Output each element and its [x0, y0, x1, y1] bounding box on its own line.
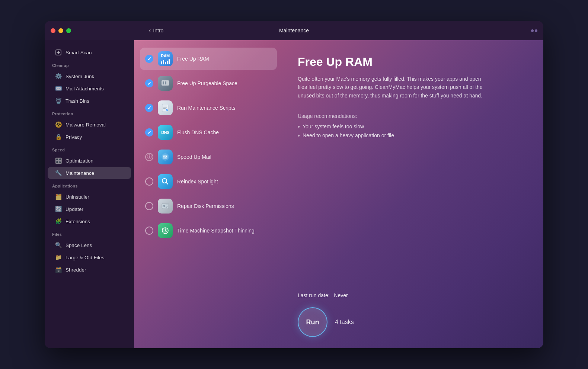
space-lens-label: Space Lens — [65, 243, 92, 248]
ram-bars — [161, 58, 170, 64]
maintenance-icon: 🔧 — [55, 170, 62, 176]
shredder-label: Shredder — [65, 267, 86, 273]
sidebar-item-malware-removal[interactable]: ☣️ Malware Removal — [48, 119, 131, 131]
more-options[interactable] — [531, 29, 537, 32]
detail-title: Free Up RAM — [298, 55, 528, 69]
task-checkbox-spotlight[interactable] — [145, 177, 153, 186]
task-icon-spotlight — [158, 174, 173, 189]
task-item-reindex-spotlight[interactable]: Reindex Spotlight — [140, 170, 277, 193]
privacy-icon: 🔒 — [55, 134, 62, 140]
tasks-count: 4 tasks — [335, 319, 354, 325]
task-icon-dns: DNS — [158, 125, 173, 140]
sidebar-item-uninstaller[interactable]: 🗂️ Uninstaller — [48, 191, 131, 203]
protection-section-label: Protection — [45, 107, 134, 118]
sidebar-item-smart-scan[interactable]: Smart Scan — [48, 46, 131, 58]
checkmark-icon: ✓ — [147, 56, 151, 62]
sidebar-item-space-lens[interactable]: 🔍 Space Lens — [48, 239, 131, 251]
mail-attachments-label: Mail Attachments — [65, 86, 104, 92]
trash-bins-label: Trash Bins — [65, 98, 89, 104]
task-icon-purge — [158, 76, 173, 91]
shredder-icon: 🗃️ — [55, 266, 62, 273]
malware-removal-label: Malware Removal — [65, 122, 106, 128]
last-run-value: Never — [334, 292, 348, 298]
updater-icon: 🔄 — [55, 206, 62, 212]
task-item-time-machine[interactable]: Time Machine Snapshot Thinning — [140, 219, 277, 242]
malware-removal-icon: ☣️ — [55, 121, 62, 128]
last-run-label: Last run date: — [298, 292, 330, 298]
bullet-icon-2 — [298, 135, 300, 137]
task-label-scripts: Run Maintenance Scripts — [177, 105, 235, 111]
sidebar-item-trash-bins[interactable]: 🗑️ Trash Bins — [48, 95, 131, 107]
dot-1 — [531, 29, 534, 32]
extensions-label: Extensions — [65, 219, 90, 224]
task-item-flush-dns[interactable]: ✓ DNS Flush DNS Cache — [140, 121, 277, 144]
run-button[interactable]: Run — [298, 307, 327, 337]
task-icon-timemachine — [158, 223, 173, 238]
sidebar-item-extensions[interactable]: 🧩 Extensions — [48, 215, 131, 227]
task-item-speed-up-mail[interactable]: ⓘ Speed Up Mail — [140, 146, 277, 168]
traffic-lights — [51, 28, 71, 33]
large-files-icon: 📁 — [55, 254, 62, 261]
sidebar-item-optimization[interactable]: 🎛️ Optimization — [48, 155, 131, 167]
sidebar-item-shredder[interactable]: 🗃️ Shredder — [48, 264, 131, 276]
minimize-button[interactable] — [58, 28, 63, 33]
task-label-mail: Speed Up Mail — [177, 154, 211, 160]
detail-panel: Free Up RAM Quite often your Mac's memor… — [283, 40, 543, 348]
updater-label: Updater — [65, 206, 83, 212]
sidebar-item-privacy[interactable]: 🔒 Privacy — [48, 131, 131, 143]
maximize-button[interactable] — [66, 28, 71, 33]
smart-scan-icon — [55, 49, 62, 56]
task-label-free-up-ram: Free Up RAM — [177, 56, 209, 62]
space-lens-icon: 🔍 — [55, 242, 62, 248]
task-item-maintenance-scripts[interactable]: ✓ Run Maintenance Scripts — [140, 97, 277, 119]
task-item-free-up-purgeable[interactable]: ✓ Free Up Purgeable Space — [140, 72, 277, 94]
task-checkbox-disk[interactable] — [145, 202, 153, 210]
task-checkbox-purgeable[interactable]: ✓ — [145, 79, 153, 87]
uninstaller-icon: 🗂️ — [55, 193, 62, 200]
sidebar-item-large-old-files[interactable]: 📁 Large & Old Files — [48, 251, 131, 263]
task-icon-ram: RAM — [158, 51, 173, 66]
usage-item-1: Your system feels too slow — [298, 123, 528, 129]
task-icon-scripts — [158, 100, 173, 115]
chevron-left-icon: ‹ — [149, 27, 151, 34]
usage-text-1: Your system feels too slow — [303, 123, 364, 129]
uninstaller-label: Uninstaller — [65, 194, 89, 200]
privacy-label: Privacy — [65, 134, 82, 140]
optimization-icon: 🎛️ — [55, 157, 62, 164]
svg-rect-2 — [163, 81, 164, 84]
sidebar-item-mail-attachments[interactable]: ✉️ Mail Attachments — [48, 83, 131, 94]
close-button[interactable] — [51, 28, 55, 33]
back-nav[interactable]: ‹ Intro — [149, 27, 163, 34]
task-label-timemachine: Time Machine Snapshot Thinning — [177, 228, 255, 234]
task-icon-disk — [158, 199, 173, 214]
mail-attachments-icon: ✉️ — [55, 85, 62, 92]
smart-scan-label: Smart Scan — [65, 50, 92, 55]
app-window: ‹ Intro Maintenance Smart Scan Cle — [45, 21, 543, 348]
usage-text-2: Need to open a heavy application or file — [303, 132, 394, 138]
task-checkbox-free-up-ram[interactable]: ✓ — [145, 55, 153, 63]
task-label-disk: Repair Disk Permissions — [177, 203, 234, 209]
sidebar-item-maintenance[interactable]: 🔧 Maintenance — [48, 167, 131, 179]
task-item-free-up-ram[interactable]: ✓ RAM Free Up RAM — [140, 48, 277, 70]
sidebar-item-system-junk[interactable]: ⚙️ System Junk — [48, 70, 131, 82]
window-title: Maintenance — [279, 28, 309, 33]
svg-point-14 — [163, 206, 164, 207]
large-old-files-label: Large & Old Files — [65, 255, 104, 260]
system-junk-icon: ⚙️ — [55, 73, 62, 80]
task-checkbox-scripts[interactable]: ✓ — [145, 104, 153, 112]
svg-rect-3 — [165, 81, 166, 84]
title-center: Maintenance — [279, 28, 309, 33]
usage-item-2: Need to open a heavy application or file — [298, 132, 528, 138]
task-checkbox-mail[interactable]: ⓘ — [145, 153, 153, 161]
speed-section-label: Speed — [45, 143, 134, 154]
dot-2 — [535, 29, 537, 32]
task-checkbox-dns[interactable]: ✓ — [145, 128, 153, 137]
task-checkbox-timemachine[interactable] — [145, 227, 153, 235]
task-item-repair-disk[interactable]: Repair Disk Permissions — [140, 195, 277, 217]
usage-list: Your system feels too slow Need to open … — [298, 123, 528, 138]
task-label-spotlight: Reindex Spotlight — [177, 179, 218, 184]
files-section-label: Files — [45, 228, 134, 239]
detail-description: Quite often your Mac's memory gets fully… — [298, 75, 484, 100]
run-area: Run 4 tasks — [298, 307, 528, 337]
sidebar-item-updater[interactable]: 🔄 Updater — [48, 203, 131, 215]
